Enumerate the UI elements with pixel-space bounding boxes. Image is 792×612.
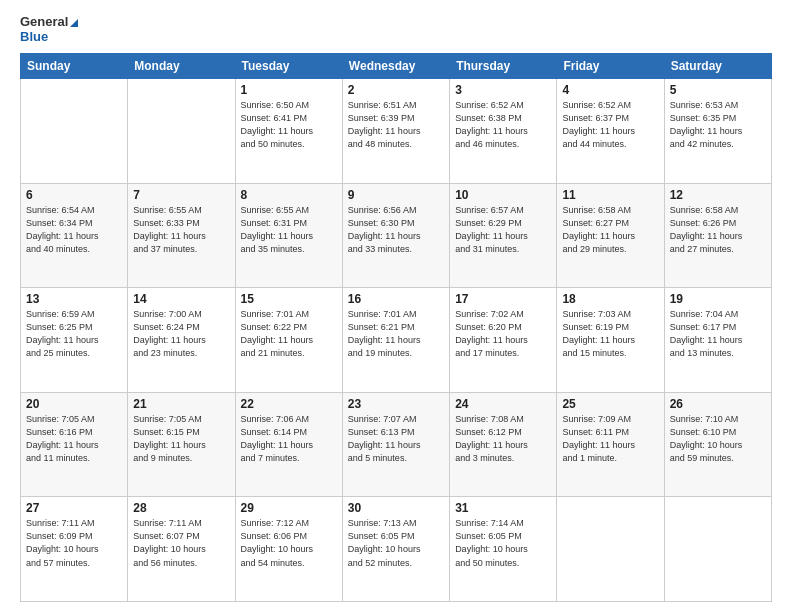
calendar-cell: 7Sunrise: 6:55 AM Sunset: 6:33 PM Daylig… (128, 183, 235, 288)
calendar-cell: 19Sunrise: 7:04 AM Sunset: 6:17 PM Dayli… (664, 288, 771, 393)
calendar-cell: 14Sunrise: 7:00 AM Sunset: 6:24 PM Dayli… (128, 288, 235, 393)
day-number: 10 (455, 188, 551, 202)
logo-general: General (20, 15, 78, 30)
calendar-cell: 4Sunrise: 6:52 AM Sunset: 6:37 PM Daylig… (557, 78, 664, 183)
calendar-cell: 31Sunrise: 7:14 AM Sunset: 6:05 PM Dayli… (450, 497, 557, 602)
weekday-header-sunday: Sunday (21, 53, 128, 78)
calendar-cell: 18Sunrise: 7:03 AM Sunset: 6:19 PM Dayli… (557, 288, 664, 393)
week-row-2: 6Sunrise: 6:54 AM Sunset: 6:34 PM Daylig… (21, 183, 772, 288)
weekday-header-saturday: Saturday (664, 53, 771, 78)
weekday-header-tuesday: Tuesday (235, 53, 342, 78)
calendar-cell: 20Sunrise: 7:05 AM Sunset: 6:16 PM Dayli… (21, 392, 128, 497)
day-number: 14 (133, 292, 229, 306)
calendar-cell: 12Sunrise: 6:58 AM Sunset: 6:26 PM Dayli… (664, 183, 771, 288)
header: General Blue (20, 15, 772, 45)
day-number: 13 (26, 292, 122, 306)
calendar-cell: 1Sunrise: 6:50 AM Sunset: 6:41 PM Daylig… (235, 78, 342, 183)
calendar-cell: 11Sunrise: 6:58 AM Sunset: 6:27 PM Dayli… (557, 183, 664, 288)
calendar-cell: 25Sunrise: 7:09 AM Sunset: 6:11 PM Dayli… (557, 392, 664, 497)
day-info: Sunrise: 7:06 AM Sunset: 6:14 PM Dayligh… (241, 413, 337, 465)
week-row-3: 13Sunrise: 6:59 AM Sunset: 6:25 PM Dayli… (21, 288, 772, 393)
day-info: Sunrise: 7:03 AM Sunset: 6:19 PM Dayligh… (562, 308, 658, 360)
day-number: 15 (241, 292, 337, 306)
calendar-cell: 6Sunrise: 6:54 AM Sunset: 6:34 PM Daylig… (21, 183, 128, 288)
calendar-cell: 16Sunrise: 7:01 AM Sunset: 6:21 PM Dayli… (342, 288, 449, 393)
day-number: 11 (562, 188, 658, 202)
day-number: 26 (670, 397, 766, 411)
day-number: 20 (26, 397, 122, 411)
day-info: Sunrise: 7:12 AM Sunset: 6:06 PM Dayligh… (241, 517, 337, 569)
calendar-cell: 9Sunrise: 6:56 AM Sunset: 6:30 PM Daylig… (342, 183, 449, 288)
weekday-header-friday: Friday (557, 53, 664, 78)
day-info: Sunrise: 6:57 AM Sunset: 6:29 PM Dayligh… (455, 204, 551, 256)
calendar-cell (21, 78, 128, 183)
weekday-header-row: SundayMondayTuesdayWednesdayThursdayFrid… (21, 53, 772, 78)
day-number: 3 (455, 83, 551, 97)
day-number: 16 (348, 292, 444, 306)
day-info: Sunrise: 7:08 AM Sunset: 6:12 PM Dayligh… (455, 413, 551, 465)
day-number: 6 (26, 188, 122, 202)
day-info: Sunrise: 6:51 AM Sunset: 6:39 PM Dayligh… (348, 99, 444, 151)
day-info: Sunrise: 7:05 AM Sunset: 6:16 PM Dayligh… (26, 413, 122, 465)
calendar-cell: 17Sunrise: 7:02 AM Sunset: 6:20 PM Dayli… (450, 288, 557, 393)
day-number: 4 (562, 83, 658, 97)
logo-blue: Blue (20, 30, 78, 45)
day-number: 29 (241, 501, 337, 515)
day-info: Sunrise: 6:53 AM Sunset: 6:35 PM Dayligh… (670, 99, 766, 151)
day-info: Sunrise: 6:52 AM Sunset: 6:38 PM Dayligh… (455, 99, 551, 151)
day-number: 25 (562, 397, 658, 411)
day-info: Sunrise: 6:58 AM Sunset: 6:27 PM Dayligh… (562, 204, 658, 256)
calendar-cell: 15Sunrise: 7:01 AM Sunset: 6:22 PM Dayli… (235, 288, 342, 393)
weekday-header-monday: Monday (128, 53, 235, 78)
day-info: Sunrise: 7:01 AM Sunset: 6:21 PM Dayligh… (348, 308, 444, 360)
day-number: 9 (348, 188, 444, 202)
calendar-cell (557, 497, 664, 602)
calendar-cell: 10Sunrise: 6:57 AM Sunset: 6:29 PM Dayli… (450, 183, 557, 288)
day-number: 8 (241, 188, 337, 202)
day-info: Sunrise: 7:14 AM Sunset: 6:05 PM Dayligh… (455, 517, 551, 569)
calendar-cell (664, 497, 771, 602)
calendar-cell: 30Sunrise: 7:13 AM Sunset: 6:05 PM Dayli… (342, 497, 449, 602)
day-number: 2 (348, 83, 444, 97)
day-number: 24 (455, 397, 551, 411)
page: General Blue SundayMondayTuesdayWednesda… (0, 0, 792, 612)
day-number: 7 (133, 188, 229, 202)
weekday-header-thursday: Thursday (450, 53, 557, 78)
day-info: Sunrise: 6:55 AM Sunset: 6:31 PM Dayligh… (241, 204, 337, 256)
day-info: Sunrise: 7:00 AM Sunset: 6:24 PM Dayligh… (133, 308, 229, 360)
day-info: Sunrise: 6:50 AM Sunset: 6:41 PM Dayligh… (241, 99, 337, 151)
day-number: 30 (348, 501, 444, 515)
day-info: Sunrise: 7:01 AM Sunset: 6:22 PM Dayligh… (241, 308, 337, 360)
week-row-4: 20Sunrise: 7:05 AM Sunset: 6:16 PM Dayli… (21, 392, 772, 497)
day-info: Sunrise: 6:56 AM Sunset: 6:30 PM Dayligh… (348, 204, 444, 256)
day-number: 17 (455, 292, 551, 306)
day-number: 27 (26, 501, 122, 515)
calendar-cell: 8Sunrise: 6:55 AM Sunset: 6:31 PM Daylig… (235, 183, 342, 288)
calendar-table: SundayMondayTuesdayWednesdayThursdayFrid… (20, 53, 772, 602)
day-info: Sunrise: 7:07 AM Sunset: 6:13 PM Dayligh… (348, 413, 444, 465)
calendar-cell: 3Sunrise: 6:52 AM Sunset: 6:38 PM Daylig… (450, 78, 557, 183)
day-number: 18 (562, 292, 658, 306)
day-number: 1 (241, 83, 337, 97)
day-number: 22 (241, 397, 337, 411)
day-info: Sunrise: 7:02 AM Sunset: 6:20 PM Dayligh… (455, 308, 551, 360)
calendar-cell: 26Sunrise: 7:10 AM Sunset: 6:10 PM Dayli… (664, 392, 771, 497)
week-row-1: 1Sunrise: 6:50 AM Sunset: 6:41 PM Daylig… (21, 78, 772, 183)
day-info: Sunrise: 6:54 AM Sunset: 6:34 PM Dayligh… (26, 204, 122, 256)
calendar-cell: 23Sunrise: 7:07 AM Sunset: 6:13 PM Dayli… (342, 392, 449, 497)
day-number: 23 (348, 397, 444, 411)
calendar-cell: 22Sunrise: 7:06 AM Sunset: 6:14 PM Dayli… (235, 392, 342, 497)
calendar-cell: 21Sunrise: 7:05 AM Sunset: 6:15 PM Dayli… (128, 392, 235, 497)
calendar-cell (128, 78, 235, 183)
day-info: Sunrise: 6:52 AM Sunset: 6:37 PM Dayligh… (562, 99, 658, 151)
calendar-cell: 24Sunrise: 7:08 AM Sunset: 6:12 PM Dayli… (450, 392, 557, 497)
day-number: 28 (133, 501, 229, 515)
day-number: 19 (670, 292, 766, 306)
calendar-cell: 5Sunrise: 6:53 AM Sunset: 6:35 PM Daylig… (664, 78, 771, 183)
day-number: 31 (455, 501, 551, 515)
calendar-cell: 13Sunrise: 6:59 AM Sunset: 6:25 PM Dayli… (21, 288, 128, 393)
day-number: 12 (670, 188, 766, 202)
day-info: Sunrise: 7:11 AM Sunset: 6:07 PM Dayligh… (133, 517, 229, 569)
calendar-cell: 28Sunrise: 7:11 AM Sunset: 6:07 PM Dayli… (128, 497, 235, 602)
day-info: Sunrise: 7:09 AM Sunset: 6:11 PM Dayligh… (562, 413, 658, 465)
